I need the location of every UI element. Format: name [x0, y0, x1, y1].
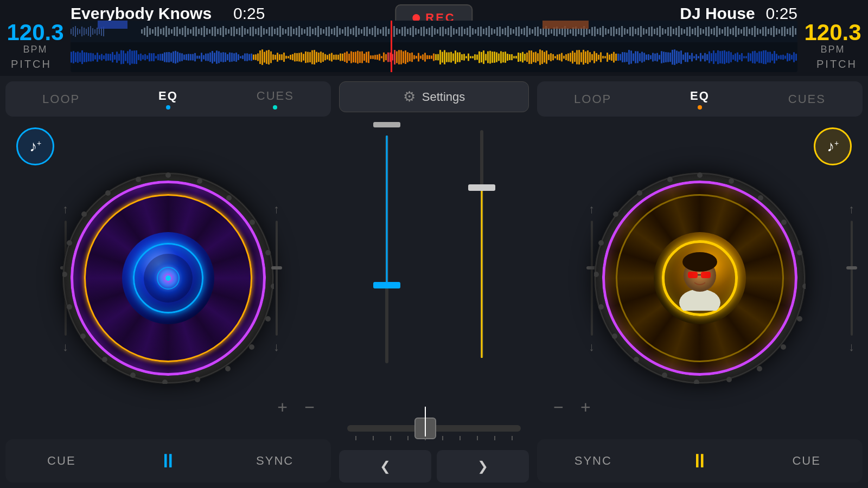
- left-pitch-track-right[interactable]: [276, 221, 278, 336]
- nav-prev-button[interactable]: ❮: [339, 450, 431, 483]
- crossfader-track[interactable]: [347, 425, 521, 432]
- left-turntable[interactable]: [62, 172, 274, 384]
- svg-rect-529: [648, 54, 649, 60]
- svg-rect-224: [700, 28, 701, 35]
- svg-rect-299: [149, 53, 150, 61]
- left-add-music-button[interactable]: ♪+: [16, 127, 54, 165]
- left-cue-button[interactable]: CUE: [8, 439, 115, 483]
- right-minus-button[interactable]: −: [553, 397, 564, 418]
- svg-rect-186: [597, 29, 598, 34]
- left-tab-cues[interactable]: CUES: [223, 84, 328, 115]
- svg-rect-290: [129, 49, 131, 65]
- gear-icon: ⚙: [403, 88, 416, 105]
- svg-rect-115: [404, 27, 406, 36]
- settings-button[interactable]: ⚙ Settings: [339, 81, 529, 112]
- svg-rect-468: [515, 56, 517, 59]
- svg-rect-506: [598, 55, 599, 60]
- left-play-button[interactable]: ⏸: [115, 450, 222, 472]
- svg-rect-71: [285, 29, 286, 34]
- svg-rect-539: [669, 53, 671, 62]
- svg-rect-148: [494, 29, 495, 34]
- svg-rect-350: [259, 50, 261, 64]
- svg-rect-134: [456, 29, 457, 34]
- right-play-button[interactable]: ⏸: [647, 450, 754, 472]
- svg-rect-376: [316, 52, 317, 63]
- svg-rect-229: [713, 28, 715, 35]
- svg-rect-298: [146, 55, 148, 59]
- svg-rect-366: [294, 53, 296, 62]
- svg-rect-288: [125, 53, 126, 61]
- svg-rect-79: [307, 27, 308, 36]
- svg-rect-550: [693, 56, 695, 59]
- crossfader-handle[interactable]: [414, 418, 436, 439]
- svg-rect-163: [534, 27, 536, 36]
- svg-rect-122: [423, 27, 425, 36]
- svg-rect-547: [687, 53, 688, 62]
- right-pitch-handle-right[interactable]: [846, 266, 857, 269]
- svg-rect-38: [195, 27, 197, 36]
- left-pitch-handle-right[interactable]: [271, 266, 282, 269]
- svg-rect-235: [730, 29, 731, 34]
- nav-next-button[interactable]: ❯: [437, 450, 529, 483]
- right-cue-button[interactable]: CUE: [753, 439, 860, 483]
- svg-point-629: [802, 284, 806, 289]
- left-tab-loop[interactable]: LOOP: [9, 87, 113, 112]
- svg-rect-154: [510, 28, 512, 35]
- right-plus-button[interactable]: +: [580, 397, 591, 418]
- svg-rect-593: [787, 53, 788, 61]
- svg-rect-108: [385, 27, 387, 36]
- svg-rect-567: [730, 52, 732, 62]
- svg-rect-391: [348, 54, 350, 61]
- svg-rect-275: [97, 53, 98, 62]
- left-tab-eq[interactable]: EQ: [116, 84, 220, 115]
- right-pitch-track-right[interactable]: [851, 221, 853, 336]
- svg-rect-431: [435, 54, 437, 60]
- svg-rect-270: [86, 53, 87, 62]
- svg-point-630: [797, 316, 802, 322]
- svg-rect-120: [418, 29, 419, 34]
- svg-rect-532: [654, 54, 656, 61]
- svg-rect-172: [559, 29, 560, 34]
- right-channel-fader[interactable]: [480, 130, 483, 358]
- svg-point-639: [594, 272, 599, 277]
- left-channel-fader[interactable]: [385, 136, 388, 363]
- svg-rect-261: [391, 21, 392, 42]
- svg-rect-194: [618, 28, 620, 35]
- svg-rect-305: [162, 54, 163, 61]
- right-sync-button[interactable]: SYNC: [540, 439, 647, 483]
- right-music-note-icon: ♪+: [827, 138, 839, 155]
- svg-rect-314: [181, 53, 183, 61]
- svg-rect-133: [453, 28, 455, 35]
- svg-rect-454: [485, 54, 487, 60]
- right-track-name: DJ House: [680, 4, 755, 23]
- svg-rect-570: [737, 53, 738, 62]
- svg-rect-118: [412, 26, 414, 37]
- svg-rect-46: [217, 29, 219, 34]
- right-add-music-button[interactable]: ♪+: [814, 127, 852, 165]
- right-fader-handle[interactable]: [468, 184, 495, 191]
- svg-rect-427: [426, 55, 428, 59]
- svg-rect-378: [320, 52, 322, 63]
- svg-rect-165: [540, 29, 541, 34]
- svg-point-631: [781, 344, 786, 350]
- svg-rect-343: [244, 54, 246, 61]
- left-minus-button[interactable]: −: [304, 397, 315, 418]
- svg-rect-140: [472, 28, 474, 35]
- svg-rect-362: [285, 56, 287, 59]
- svg-rect-195: [621, 26, 623, 37]
- right-tab-cues[interactable]: CUES: [755, 87, 859, 112]
- svg-rect-568: [732, 55, 734, 60]
- left-fader-handle[interactable]: [373, 282, 400, 288]
- left-plus-button[interactable]: +: [277, 397, 288, 418]
- svg-rect-332: [220, 53, 222, 62]
- right-tab-eq[interactable]: EQ: [647, 84, 752, 115]
- right-pitch-track-left[interactable]: [591, 221, 593, 336]
- svg-rect-90: [336, 26, 338, 37]
- left-sync-button[interactable]: SYNC: [221, 439, 328, 483]
- svg-rect-401: [370, 55, 372, 59]
- right-tab-loop[interactable]: LOOP: [540, 87, 645, 112]
- svg-rect-495: [574, 53, 576, 62]
- svg-rect-503: [591, 54, 593, 60]
- svg-rect-373: [309, 52, 311, 62]
- right-turntable[interactable]: [594, 172, 806, 384]
